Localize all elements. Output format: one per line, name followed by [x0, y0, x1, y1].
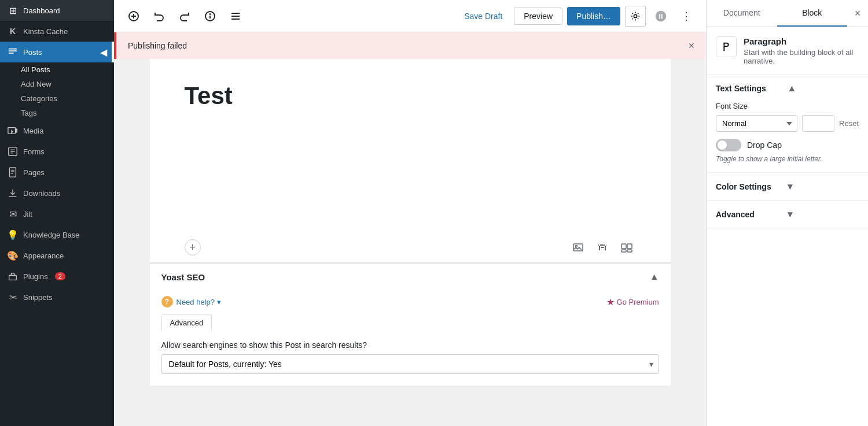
svg-rect-14 — [9, 275, 17, 280]
font-size-input[interactable] — [802, 115, 834, 132]
sidebar-item-media[interactable]: Media — [0, 120, 114, 141]
image-block-button[interactable] — [569, 238, 587, 257]
text-settings-header[interactable]: Text Settings ▲ — [707, 75, 868, 102]
settings-button[interactable] — [625, 6, 646, 27]
svg-rect-1 — [9, 50, 17, 51]
dropcap-sublabel: Toggle to show a large initial letter. — [716, 155, 859, 163]
list-view-button[interactable] — [225, 6, 246, 27]
dashboard-icon: ⊞ — [7, 5, 19, 16]
error-close-button[interactable]: × — [688, 40, 694, 51]
star-icon: ★ — [606, 297, 615, 308]
yoast-select[interactable]: Default for Posts, currently: Yes — [161, 354, 659, 374]
sidebar-label-plugins: Plugins — [23, 272, 48, 281]
sidebar-label-kinsta: Kinsta Cache — [23, 27, 68, 36]
sidebar-item-snippets[interactable]: ✂ Snippets — [0, 287, 114, 308]
sidebar-subitem-categories[interactable]: Categories — [0, 91, 114, 106]
sidebar-label-posts: Posts — [23, 48, 42, 57]
svg-rect-32 — [627, 250, 632, 252]
paragraph-icon — [716, 36, 737, 57]
svg-rect-4 — [16, 128, 18, 132]
yoast-tab-advanced[interactable]: Advanced — [161, 314, 212, 331]
yoast-top-bar: ? Need help? ▾ ★ Go Premium — [161, 296, 659, 308]
block-toolbar-row: + — [150, 232, 671, 262]
text-settings-toggle-icon: ▲ — [788, 83, 859, 94]
go-premium-label: Go Premium — [617, 298, 659, 306]
media-icon — [7, 125, 19, 136]
go-premium-link[interactable]: ★ Go Premium — [606, 297, 659, 308]
svg-rect-30 — [627, 244, 632, 249]
sidebar-item-jilt[interactable]: ✉ Jilt — [0, 203, 114, 224]
add-block-toolbar-button[interactable] — [123, 6, 144, 27]
tab-block[interactable]: Block — [777, 0, 848, 27]
sidebar-subitem-add-new[interactable]: Add New — [0, 77, 114, 91]
font-size-label: Font Size — [716, 102, 859, 110]
sidebar-item-dashboard[interactable]: ⊞ Dashboard — [0, 0, 114, 21]
sidebar-label-dashboard: Dashboard — [23, 6, 60, 15]
yoast-section: Yoast SEO ▲ ? Need help? ▾ ★ Go Premium — [150, 262, 671, 386]
publish-button[interactable]: Publish… — [567, 7, 620, 25]
block-details: Paragraph Start with the building block … — [744, 36, 859, 65]
text-block-button[interactable] — [593, 238, 612, 257]
sidebar-subitem-tags[interactable]: Tags — [0, 106, 114, 120]
color-settings-header[interactable]: Color Settings ▾ — [707, 173, 868, 200]
undo-button[interactable] — [149, 6, 170, 27]
top-toolbar: Save Draft Preview Publish… ⋮ — [114, 0, 706, 32]
more-options-button[interactable]: ⋮ — [676, 6, 697, 27]
sidebar-item-appearance[interactable]: 🎨 Appearance — [0, 245, 114, 266]
panel-tabs: Document Block × — [707, 0, 868, 27]
sidebar-item-plugins[interactable]: Plugins 2 — [0, 266, 114, 287]
publishing-failed-banner: Publishing failed × — [114, 32, 706, 59]
gallery-block-button[interactable] — [617, 238, 636, 257]
yoast-button[interactable] — [650, 6, 671, 27]
yoast-field-label: Allow search engines to show this Post i… — [161, 340, 659, 350]
sidebar-item-downloads[interactable]: Downloads — [0, 183, 114, 203]
preview-button[interactable]: Preview — [514, 8, 562, 25]
text-settings-body: Font Size SmallNormalMediumLargeHuge Res… — [707, 102, 868, 172]
posts-icon — [7, 46, 19, 58]
sidebar-label-jilt: Jilt — [23, 210, 32, 218]
pages-icon — [7, 166, 19, 178]
knowledge-base-icon: 💡 — [7, 229, 19, 240]
plugins-badge: 2 — [55, 272, 65, 280]
font-size-row: SmallNormalMediumLargeHuge Reset — [716, 115, 859, 132]
svg-point-26 — [634, 14, 637, 17]
content-editor: Test — [150, 59, 671, 232]
sidebar-item-forms[interactable]: Forms — [0, 141, 114, 162]
redo-button[interactable] — [174, 6, 195, 27]
advanced-label: Advanced — [716, 210, 788, 219]
text-settings-label: Text Settings — [716, 84, 788, 93]
text-settings-section: Text Settings ▲ Font Size SmallNormalMed… — [707, 75, 868, 173]
reset-button[interactable]: Reset — [839, 119, 859, 128]
need-help-link[interactable]: Need help? ▾ — [176, 298, 222, 306]
color-settings-toggle-icon: ▾ — [788, 181, 859, 192]
appearance-icon: 🎨 — [7, 250, 19, 261]
svg-rect-9 — [10, 168, 16, 177]
sidebar-item-pages[interactable]: Pages — [0, 162, 114, 183]
tab-document[interactable]: Document — [707, 0, 777, 27]
dropcap-toggle[interactable] — [716, 139, 741, 151]
panel-close-button[interactable]: × — [847, 3, 868, 24]
sidebar-item-kinsta-cache[interactable]: K Kinsta Cache — [0, 21, 114, 42]
sidebar-label-media: Media — [23, 127, 43, 135]
svg-point-22 — [210, 14, 211, 14]
advanced-section: Advanced ▾ — [707, 201, 868, 228]
sidebar-subitem-all-posts[interactable]: All Posts — [0, 62, 114, 77]
yoast-select-wrap: Default for Posts, currently: Yes ▾ — [161, 354, 659, 374]
sidebar-item-knowledge-base[interactable]: 💡 Knowledge Base — [0, 224, 114, 245]
advanced-header[interactable]: Advanced ▾ — [707, 201, 868, 228]
color-settings-section: Color Settings ▾ — [707, 173, 868, 201]
block-info: Paragraph Start with the building block … — [707, 27, 868, 75]
sidebar: ⊞ Dashboard K Kinsta Cache Posts ◀ All P… — [0, 0, 114, 426]
need-help-label: Need help? — [176, 298, 215, 306]
dropcap-label: Drop Cap — [747, 140, 782, 150]
block-desc: Start with the building block of all nar… — [744, 48, 859, 65]
yoast-collapse-button[interactable]: ▲ — [650, 272, 659, 282]
yoast-header[interactable]: Yoast SEO ▲ — [150, 263, 671, 290]
sidebar-label-snippets: Snippets — [23, 293, 53, 302]
font-size-select[interactable]: SmallNormalMediumLargeHuge — [716, 115, 797, 132]
post-title[interactable]: Test — [185, 82, 636, 110]
save-draft-button[interactable]: Save Draft — [457, 8, 509, 24]
add-block-inline-button[interactable]: + — [185, 239, 201, 255]
sidebar-item-posts[interactable]: Posts ◀ — [0, 42, 114, 62]
info-button[interactable] — [200, 6, 220, 27]
